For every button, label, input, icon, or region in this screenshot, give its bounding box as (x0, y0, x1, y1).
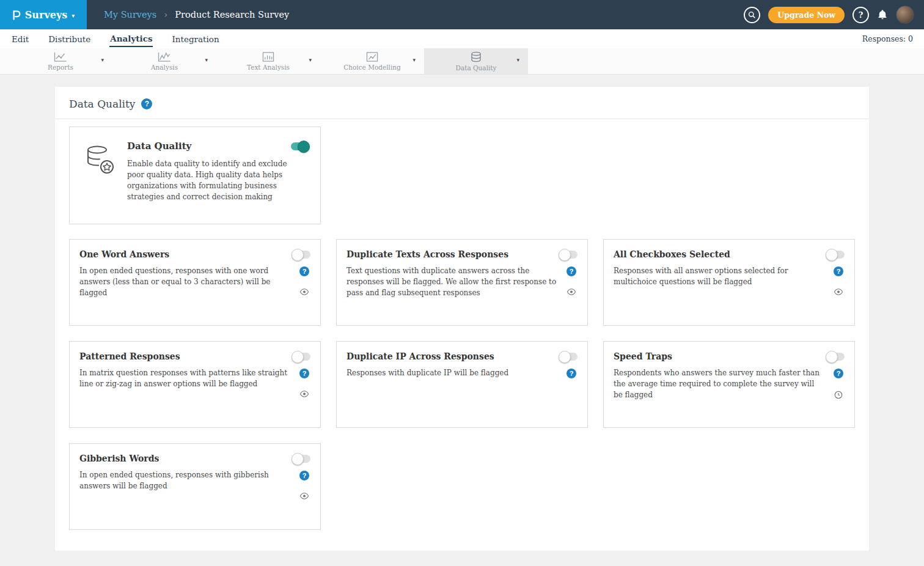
help-icon[interactable]: ? (566, 266, 576, 276)
toolbar-item-text-analysis[interactable]: Text Analysis ▾ (216, 48, 320, 74)
responses-count: Responses: 0 (862, 34, 913, 43)
card-speed-traps: Speed Traps Respondents who answers the … (603, 341, 855, 428)
help-icon[interactable]: ? (299, 471, 309, 480)
card-one-word-answers: One Word Answers In open ended questions… (69, 239, 321, 326)
breadcrumb-my-surveys[interactable]: My Surveys (104, 10, 156, 20)
analysis-chart-icon (157, 51, 172, 63)
toolbar-item-label: Data Quality (456, 64, 497, 72)
card-title: Duplicate IP Across Responses (346, 351, 494, 361)
data-quality-badge-icon (84, 144, 116, 210)
survey-nav-tabs: Edit Distribute Analytics Integration Re… (0, 29, 924, 48)
duplicate-ip-toggle[interactable] (559, 353, 578, 361)
tab-edit[interactable]: Edit (11, 31, 29, 46)
all-checkboxes-toggle[interactable] (826, 251, 845, 259)
eye-preview-icon[interactable] (566, 289, 576, 295)
notifications-bell-icon[interactable] (877, 9, 888, 20)
card-description: Respondents who answers the survey much … (614, 367, 832, 400)
toolbar-item-data-quality[interactable]: Data Quality ▾ (424, 48, 528, 74)
chevron-down-icon[interactable]: ▾ (309, 57, 312, 63)
gibberish-words-toggle[interactable] (292, 455, 310, 463)
reports-chart-icon (53, 51, 68, 63)
data-quality-feature-card: Data Quality Enable data quality to iden… (69, 127, 321, 224)
card-patterned-responses: Patterned Responses In matrix question r… (69, 341, 321, 428)
search-icon[interactable] (744, 7, 760, 23)
card-description: Responses with duplicate IP will be flag… (346, 367, 565, 378)
eye-preview-icon[interactable] (299, 391, 309, 397)
topbar-actions: Upgrade Now ? (744, 6, 924, 24)
toolbar-item-label: Text Analysis (247, 64, 290, 71)
help-icon[interactable]: ? (853, 7, 869, 23)
toolbar-item-label: Analysis (151, 64, 178, 71)
help-icon[interactable]: ? (299, 369, 309, 378)
card-title: Speed Traps (614, 351, 672, 361)
card-gibberish-words: Gibberish Words In open ended questions,… (69, 443, 321, 530)
brand-name: Surveys (25, 9, 67, 21)
eye-preview-icon[interactable] (299, 493, 309, 499)
card-description: Responses with all answer options select… (614, 265, 832, 295)
breadcrumb-current-survey: Product Research Survey (175, 10, 289, 20)
speed-traps-toggle[interactable] (826, 353, 845, 361)
card-title: All Checkboxes Selected (614, 249, 730, 259)
toolbar-item-choice-modelling[interactable]: Choice Modelling ▾ (320, 48, 424, 74)
card-description: In matrix question responses with patter… (79, 367, 298, 397)
panel-header: Data Quality ? (55, 87, 869, 119)
brand-logo-icon (12, 10, 21, 20)
text-analysis-chart-icon (261, 51, 276, 63)
toolbar-item-analysis[interactable]: Analysis ▾ (112, 48, 216, 74)
tab-distribute[interactable]: Distribute (48, 31, 91, 46)
feature-card-title: Data Quality (127, 141, 191, 152)
toolbar-item-label: Choice Modelling (343, 64, 400, 71)
breadcrumb-separator-icon: › (164, 9, 167, 20)
tab-integration[interactable]: Integration (171, 31, 219, 46)
help-icon[interactable]: ? (299, 266, 309, 276)
card-duplicate-texts: Duplicate Texts Across Responses Text qu… (336, 239, 588, 326)
help-icon[interactable]: ? (834, 266, 843, 276)
data-quality-toggle[interactable] (291, 142, 309, 150)
card-title: Duplicate Texts Across Responses (346, 249, 508, 259)
chevron-down-icon[interactable]: ▾ (516, 57, 519, 63)
toolbar-item-label: Reports (48, 64, 73, 71)
topbar: Surveys ▾ My Surveys › Product Research … (0, 0, 924, 29)
data-quality-panel: Data Quality ? Data Quality Enable da (55, 87, 869, 551)
card-description: In open ended questions, responses with … (79, 265, 298, 298)
data-quality-database-icon (470, 51, 482, 64)
patterned-responses-toggle[interactable] (292, 353, 310, 361)
tab-analytics[interactable]: Analytics (109, 31, 153, 47)
card-title: One Word Answers (79, 249, 169, 259)
card-description: Text questions with duplicate answers ac… (346, 265, 565, 298)
chevron-down-icon[interactable]: ▾ (101, 57, 104, 63)
page-help-icon[interactable]: ? (141, 98, 152, 109)
rule-cards-grid: One Word Answers In open ended questions… (69, 239, 855, 530)
page-title: Data Quality (69, 98, 135, 110)
card-duplicate-ip: Duplicate IP Across Responses Responses … (336, 341, 588, 428)
duplicate-texts-toggle[interactable] (559, 251, 578, 259)
analytics-toolbar: Reports ▾ Analysis ▾ Text Analysis ▾ Cho… (0, 48, 924, 75)
card-description: In open ended questions, responses with … (79, 469, 298, 499)
eye-preview-icon[interactable] (834, 289, 843, 295)
chevron-down-icon: ▾ (72, 12, 75, 19)
help-icon[interactable]: ? (566, 369, 576, 378)
card-title: Gibberish Words (79, 454, 159, 463)
panel-body: Data Quality Enable data quality to iden… (55, 119, 869, 551)
card-title: Patterned Responses (79, 351, 180, 361)
help-icon[interactable]: ? (834, 369, 843, 378)
toolbar-item-reports[interactable]: Reports ▾ (9, 48, 112, 74)
feature-card-description: Enable data quality to identify and excl… (127, 158, 303, 202)
one-word-answers-toggle[interactable] (292, 251, 310, 259)
brand-menu[interactable]: Surveys ▾ (0, 0, 87, 29)
upgrade-now-button[interactable]: Upgrade Now (768, 7, 845, 23)
clock-icon[interactable] (834, 391, 843, 399)
card-all-checkboxes-selected: All Checkboxes Selected Responses with a… (603, 239, 855, 326)
chevron-down-icon[interactable]: ▾ (205, 57, 208, 63)
breadcrumb: My Surveys › Product Research Survey (104, 9, 289, 20)
choice-modelling-chart-icon (365, 51, 380, 63)
eye-preview-icon[interactable] (299, 289, 309, 295)
chevron-down-icon[interactable]: ▾ (413, 57, 416, 63)
user-avatar[interactable] (896, 6, 914, 24)
